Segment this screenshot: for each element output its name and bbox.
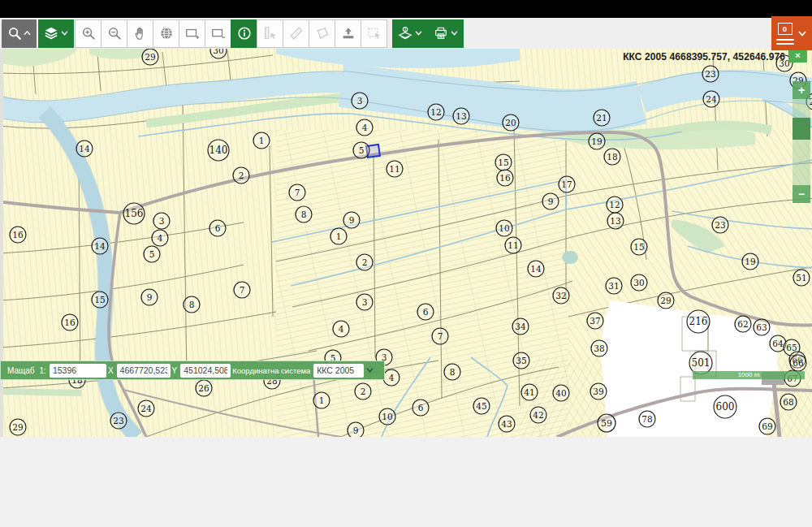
- svg-text:63: 63: [756, 322, 767, 332]
- measure-plan-button[interactable]: [257, 19, 283, 48]
- parcel-label: 15: [495, 154, 512, 171]
- svg-text:59: 59: [601, 418, 612, 429]
- caret-down-icon: [451, 31, 458, 36]
- svg-text:140: 140: [209, 145, 228, 156]
- parcel-label: 14: [76, 140, 93, 157]
- parcel-label: 7: [289, 184, 305, 201]
- layer-info-button[interactable]: [392, 19, 428, 48]
- x-coordinate-input[interactable]: [117, 364, 171, 378]
- svg-text:6: 6: [215, 223, 221, 233]
- svg-text:4: 4: [362, 123, 368, 132]
- zoom-out-slider-button[interactable]: −: [793, 185, 810, 203]
- scale-input[interactable]: [50, 364, 106, 378]
- printer-icon: [434, 26, 448, 41]
- pan-button[interactable]: [127, 19, 153, 48]
- zoom-window-out-button[interactable]: [205, 19, 231, 48]
- parcel-label: 59: [598, 414, 615, 432]
- svg-text:8: 8: [301, 210, 307, 219]
- svg-text:6: 6: [418, 403, 424, 413]
- svg-text:29: 29: [660, 296, 671, 305]
- layers-button[interactable]: [38, 19, 74, 48]
- parcel-label: 2: [356, 254, 373, 270]
- y-coordinate-input[interactable]: [180, 364, 231, 378]
- parcel-label: 35: [513, 352, 529, 369]
- svg-text:64: 64: [772, 339, 784, 348]
- parcel-label: 39: [590, 383, 607, 400]
- chevron-down-icon: [798, 31, 806, 37]
- scale-bar: 1000 m: [693, 371, 805, 379]
- svg-text:66: 66: [793, 358, 804, 368]
- parcel-label: 43: [499, 416, 515, 432]
- notifications-button[interactable]: 0: [771, 16, 812, 50]
- parcel-label: 3: [352, 93, 368, 109]
- svg-text:501: 501: [692, 357, 710, 369]
- zoom-slider-track[interactable]: [793, 99, 810, 185]
- parcel-label: 9: [348, 422, 364, 437]
- measure-length-button[interactable]: [283, 19, 309, 48]
- info-icon: [237, 26, 252, 41]
- parcel-label: 30: [631, 274, 647, 291]
- zoom-in-slider-button[interactable]: +: [793, 81, 810, 99]
- map-viewport[interactable]: 2930141401216345117121320151621232430292…: [0, 49, 812, 437]
- parcel-label: 14: [92, 238, 108, 254]
- parcel-label: 32: [553, 287, 569, 304]
- parcel-label: 3: [356, 294, 373, 310]
- overview-button[interactable]: [153, 19, 179, 48]
- parcel-label: 40: [553, 385, 569, 401]
- svg-text:23: 23: [705, 69, 715, 79]
- zoom-out-icon: [107, 26, 122, 41]
- parcel-label: 14: [528, 261, 544, 277]
- parcel-label: 9: [141, 289, 158, 305]
- parcel-label: 216: [687, 310, 710, 333]
- svg-text:51: 51: [796, 273, 806, 283]
- svg-text:16: 16: [499, 173, 511, 183]
- svg-text:216: 216: [689, 316, 708, 327]
- svg-text:12: 12: [609, 200, 620, 210]
- zoom-slider-handle[interactable]: [793, 118, 810, 140]
- parcel-label: 24: [138, 400, 154, 417]
- crs-input[interactable]: [313, 364, 364, 378]
- zoom-out-button[interactable]: [101, 19, 127, 48]
- select-rect-icon: [367, 26, 382, 41]
- parcel-label: 5: [144, 246, 160, 262]
- svg-text:9: 9: [349, 215, 355, 225]
- print-button[interactable]: [428, 19, 464, 48]
- svg-text:16: 16: [12, 230, 24, 240]
- svg-text:20: 20: [505, 118, 516, 127]
- svg-text:3: 3: [362, 297, 368, 307]
- svg-text:9: 9: [147, 292, 153, 302]
- svg-text:1: 1: [319, 395, 325, 405]
- parcel-label: 13: [607, 213, 624, 229]
- svg-text:19: 19: [591, 136, 602, 146]
- select-region-button[interactable]: [361, 19, 387, 48]
- parcel-label: 20: [503, 114, 519, 131]
- layers-icon: [44, 26, 58, 41]
- svg-text:11: 11: [389, 164, 400, 174]
- svg-text:7: 7: [295, 188, 300, 197]
- search-button[interactable]: [2, 19, 37, 48]
- close-icon: ×: [795, 50, 800, 60]
- parcel-label: 8: [444, 364, 460, 380]
- identify-button[interactable]: [231, 19, 257, 48]
- export-button[interactable]: [335, 19, 361, 48]
- parcel-label: 3: [153, 213, 170, 229]
- status-bar: Мащаб 1: X Y Координатна система: [0, 361, 385, 380]
- scale-prefix: 1:: [40, 366, 46, 375]
- parcel-label: 38: [591, 340, 607, 356]
- measure-area-button[interactable]: [309, 19, 335, 48]
- parcel-label: 7: [234, 282, 250, 298]
- parcel-label: 7: [432, 328, 448, 344]
- zoom-in-icon: [81, 26, 96, 41]
- svg-text:69: 69: [762, 421, 772, 431]
- svg-text:65: 65: [786, 343, 797, 352]
- svg-text:30: 30: [213, 49, 223, 55]
- parcel-label: 18: [604, 149, 620, 165]
- svg-text:41: 41: [524, 387, 534, 397]
- zoom-in-button[interactable]: [75, 19, 102, 48]
- crs-dropdown-caret[interactable]: [366, 368, 374, 373]
- zoom-window-in-button[interactable]: [179, 19, 205, 48]
- svg-text:14: 14: [79, 144, 90, 153]
- globe-icon: [159, 26, 174, 41]
- parcel-label: 19: [589, 133, 605, 149]
- svg-text:10: 10: [499, 223, 509, 233]
